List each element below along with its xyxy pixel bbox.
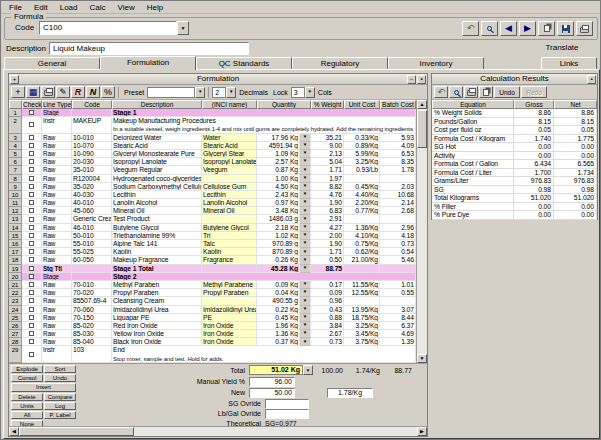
menu-item-load[interactable]: Load: [54, 2, 84, 13]
menu-item-file[interactable]: File: [3, 2, 28, 13]
line-type-cell[interactable]: Raw: [42, 289, 72, 297]
column-header-net[interactable]: Net: [554, 100, 597, 109]
quantity-cell[interactable]: 0.97 Kg: [257, 199, 300, 207]
code-cell[interactable]: [72, 265, 112, 273]
chevron-down-icon[interactable]: ▼: [305, 87, 315, 98]
inci-cell[interactable]: Methyl Parabene: [202, 281, 257, 289]
row-checkbox[interactable]: [22, 289, 42, 297]
line-type-cell[interactable]: Raw: [42, 166, 72, 174]
column-header-unit-cost[interactable]: Unit Cost: [344, 100, 380, 109]
row-checkbox[interactable]: [22, 240, 42, 248]
quantity-cell[interactable]: 1.00 Kg: [257, 175, 300, 183]
chevron-down-icon[interactable]: ▼: [177, 21, 189, 35]
quantity-cell[interactable]: 1.96 Kg: [257, 322, 300, 330]
line-type-cell[interactable]: Instr: [42, 346, 72, 362]
quantity-cell[interactable]: 1.02 Kg: [257, 232, 300, 240]
quantity-dropdown-button[interactable]: ▼: [300, 224, 311, 232]
description-cell[interactable]: Veegum Regular: [112, 166, 202, 174]
total-quantity-combo[interactable]: 51.02 Kg ▼: [249, 365, 313, 375]
inci-cell[interactable]: [202, 215, 257, 223]
description-cell[interactable]: Stearic Acid: [112, 142, 202, 150]
tab-formulation[interactable]: Formulation: [100, 56, 196, 70]
row-checkbox[interactable]: [22, 338, 42, 346]
quantity-cell[interactable]: 45.28 Kg: [257, 265, 300, 273]
column-header-weight[interactable]: % Weight: [311, 100, 344, 109]
line-type-cell[interactable]: Raw: [42, 134, 72, 142]
manual-yield-input[interactable]: 96.00: [249, 377, 295, 387]
description-cell[interactable]: Imidazolidinyl Urea: [112, 306, 202, 314]
quantity-dropdown-button[interactable]: ▼: [300, 175, 311, 183]
code-cell[interactable]: 40-010: [72, 199, 112, 207]
row-checkbox[interactable]: [22, 150, 42, 158]
code-cell[interactable]: 10-070: [72, 142, 112, 150]
sg-override-input[interactable]: [265, 399, 309, 409]
row-checkbox[interactable]: [22, 273, 42, 281]
inci-cell[interactable]: Water: [202, 134, 257, 142]
menu-item-edit[interactable]: Edit: [28, 2, 54, 13]
prev-record-icon[interactable]: ◀: [500, 21, 517, 36]
quantity-dropdown-button[interactable]: ▼: [300, 306, 311, 314]
code-cell[interactable]: Generic Cream-01: [72, 215, 112, 223]
code-cell[interactable]: 46-010: [72, 224, 112, 232]
inci-cell[interactable]: Imidazolidinyl Urea: [202, 306, 257, 314]
row-checkbox[interactable]: [22, 183, 42, 191]
line-type-cell[interactable]: Raw: [42, 281, 72, 289]
description-cell[interactable]: Sodium Carboxymethyl Cellulose: [112, 183, 202, 191]
column-header-check[interactable]: Check: [22, 100, 42, 109]
quantity-cell[interactable]: 17.96 Kg: [257, 134, 300, 142]
quantity-cell[interactable]: 2.57 Kg: [257, 158, 300, 166]
all-button[interactable]: All: [11, 411, 43, 419]
inci-cell[interactable]: [202, 175, 257, 183]
code-cell[interactable]: 70-010: [72, 281, 112, 289]
pen-icon[interactable]: ✎: [56, 86, 70, 98]
code-cell[interactable]: 50-010: [72, 232, 112, 240]
description-input[interactable]: Liquid Makeup: [49, 42, 249, 55]
inci-cell[interactable]: Kaolin: [202, 248, 257, 256]
new-quantity-input[interactable]: 50.00: [249, 388, 295, 398]
quantity-cell[interactable]: 0.22 Kg: [257, 306, 300, 314]
quantity-cell[interactable]: 0.26 Kg: [257, 256, 300, 264]
quantity-dropdown-button[interactable]: ▼: [300, 330, 311, 338]
quantity-dropdown-button[interactable]: ▼: [300, 322, 311, 330]
line-type-cell[interactable]: Stg Ttl: [42, 265, 72, 273]
code-cell[interactable]: 10-010: [72, 134, 112, 142]
quantity-dropdown-button[interactable]: ▼: [300, 207, 311, 215]
search-icon[interactable]: [449, 86, 463, 98]
preset-combo[interactable]: ▼: [147, 87, 205, 98]
line-type-cell[interactable]: Raw: [42, 248, 72, 256]
code-cell[interactable]: 35-020: [72, 183, 112, 191]
description-cell[interactable]: Test Product: [112, 215, 202, 223]
inci-cell[interactable]: Talc: [202, 240, 257, 248]
delete-button[interactable]: Delete: [11, 393, 43, 401]
line-type-cell[interactable]: Raw: [42, 191, 72, 199]
description-cell[interactable]: Mineral Oil: [112, 207, 202, 215]
quantity-cell[interactable]: 0.37 Kg: [257, 338, 300, 346]
description-cell[interactable]: Stage 1 Total: [112, 265, 202, 273]
undo-icon[interactable]: ↶: [462, 21, 479, 36]
scroll-right-icon[interactable]: ▶: [417, 427, 427, 436]
inci-cell[interactable]: Mineral Oil: [202, 207, 257, 215]
description-cell[interactable]: Liquapar PE: [112, 314, 202, 322]
inci-cell[interactable]: Iron Oxide: [202, 338, 257, 346]
stage-name-cell[interactable]: Stage 2: [112, 273, 416, 281]
description-cell[interactable]: Black Iron Oxide: [112, 338, 202, 346]
line-type-cell[interactable]: Stage: [42, 109, 72, 117]
quantity-dropdown-button[interactable]: ▼: [300, 150, 311, 158]
menu-item-view[interactable]: View: [112, 2, 141, 13]
quantity-dropdown-button[interactable]: ▼: [300, 338, 311, 346]
row-checkbox[interactable]: [22, 346, 42, 362]
row-checkbox[interactable]: [22, 281, 42, 289]
row-checkbox[interactable]: [22, 306, 42, 314]
description-cell[interactable]: Kaolin: [112, 248, 202, 256]
row-checkbox[interactable]: [22, 142, 42, 150]
description-cell[interactable]: Lecithin: [112, 191, 202, 199]
inci-cell[interactable]: [202, 297, 257, 305]
column-header-blank[interactable]: [9, 100, 22, 109]
menu-item-calc[interactable]: Calc: [83, 2, 111, 13]
description-cell[interactable]: Methyl Paraben: [112, 281, 202, 289]
quantity-cell[interactable]: 0.09 Kg: [257, 281, 300, 289]
sort-button[interactable]: Sort: [44, 365, 76, 373]
save-icon[interactable]: [557, 21, 574, 36]
code-cell[interactable]: 70-020: [72, 289, 112, 297]
redo-button[interactable]: Redo: [521, 86, 547, 98]
